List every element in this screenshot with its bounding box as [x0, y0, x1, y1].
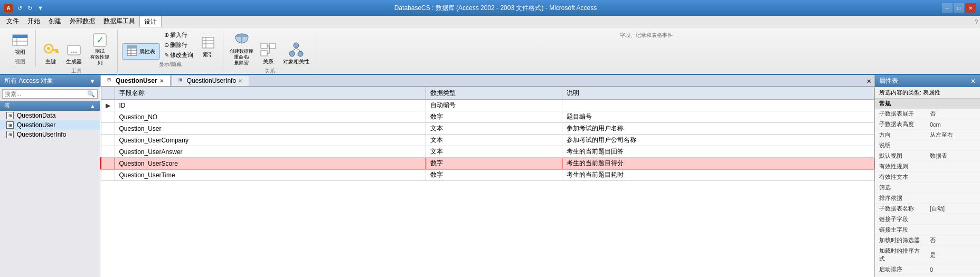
ribbon-group-events: 字段、记录和表格事件 [316, 30, 976, 40]
field-name-cell-0[interactable]: ID [115, 100, 426, 111]
showhide-group-label: 显示/隐藏 [159, 61, 182, 68]
field-name-cell-5[interactable]: Question_UserScore [115, 158, 426, 169]
tab-questionuser[interactable]: ⊞ QuestionUser ✕ [100, 75, 171, 86]
menu-design[interactable]: 设计 [139, 16, 162, 27]
tab-close-questionuserinfo[interactable]: ✕ [238, 78, 242, 84]
svg-rect-8 [57, 51, 59, 53]
prop-value-1[interactable]: 0cm [928, 121, 980, 128]
menu-file[interactable]: 文件 [2, 16, 23, 27]
key-icon [42, 41, 59, 58]
relation-label: 关系 [263, 58, 274, 65]
insert-row-button[interactable]: ⊕ 插入行 [162, 31, 195, 40]
field-name-cell-1[interactable]: Question_NO [115, 111, 426, 123]
close-all-tabs-button[interactable]: ✕ [863, 77, 874, 86]
relation-button[interactable]: 关系 [258, 40, 279, 66]
left-nav: 所有 Access 对象 ▼ 🔍 表 ▲ ⊞ QuestionData ⊞ Qu… [0, 75, 100, 277]
left-nav-title: 所有 Access 对象 [4, 77, 53, 85]
table-row[interactable]: Question_UserScore 数字 考生的当前题目得分 [101, 158, 874, 169]
table-row[interactable]: Question_UserTime 数字 考生的当前题目耗时 [101, 169, 874, 181]
data-type-cell-0[interactable]: 自动编号 [426, 100, 562, 111]
modify-query-button[interactable]: ✎ 修改查询 [162, 51, 195, 60]
data-type-cell-5[interactable]: 数字 [426, 158, 562, 169]
prop-value-4[interactable]: 数据表 [928, 151, 980, 160]
quick-access-toolbar: ↺ ↻ ▼ [16, 4, 45, 12]
data-type-cell-1[interactable]: 数字 [426, 111, 562, 123]
delete-row-button[interactable]: ⊖ 删除行 [162, 41, 195, 50]
prop-label-14: 启动排序 [875, 265, 928, 274]
data-type-cell-4[interactable]: 文本 [426, 146, 562, 158]
help-icon[interactable]: ? [975, 18, 978, 25]
description-cell-4[interactable]: 考生的当前题目回答 [562, 146, 874, 158]
prop-value-13[interactable]: 是 [928, 251, 980, 260]
prop-value-0[interactable]: 否 [928, 109, 980, 118]
svg-rect-25 [269, 43, 276, 49]
menu-external[interactable]: 外部数据 [65, 16, 99, 27]
builder-label: 生成器 [66, 58, 82, 65]
property-table-button[interactable]: 属性表 [122, 43, 160, 60]
description-cell-3[interactable]: 参加考试的用户公司名称 [562, 135, 874, 146]
data-type-cell-6[interactable]: 数字 [426, 169, 562, 181]
property-table-label: 属性表 [139, 48, 155, 55]
table-row[interactable]: Question_User 文本 参加考试的用户名称 [101, 123, 874, 135]
view-button[interactable]: 视图 [10, 31, 31, 57]
test-button[interactable]: ✓ 测试有效性规则 [87, 31, 113, 66]
table-row[interactable]: ▶ ID 自动编号 [101, 100, 874, 111]
description-cell-1[interactable]: 题目编号 [562, 111, 874, 123]
svg-rect-6 [52, 49, 58, 51]
prop-label-7: 筛选 [875, 183, 928, 192]
index-button[interactable]: 索引 [197, 33, 219, 60]
prop-value-11[interactable] [928, 230, 980, 231]
prop-value-8[interactable] [928, 198, 980, 199]
builder-button[interactable]: ... 生成器 [63, 40, 84, 66]
description-cell-6[interactable]: 考生的当前题目耗时 [562, 169, 874, 181]
nav-item-questionuserinfo[interactable]: ⊞ QuestionUserInfo [0, 130, 100, 139]
menu-create[interactable]: 创建 [44, 16, 65, 27]
prop-value-9[interactable]: [自动] [928, 204, 980, 213]
maximize-button[interactable]: □ [954, 3, 964, 13]
table-row[interactable]: Question_NO 数字 题目编号 [101, 111, 874, 123]
search-input[interactable] [5, 91, 87, 97]
prop-value-5[interactable] [928, 166, 980, 167]
nav-item-questiondata[interactable]: ⊞ QuestionData [0, 111, 100, 120]
nav-item-questionuser[interactable]: ⊞ QuestionUser [0, 120, 100, 130]
table-icon-questionuser: ⊞ [6, 121, 14, 129]
description-cell-0[interactable] [562, 100, 874, 111]
tab-close-questionuser[interactable]: ✕ [159, 78, 164, 84]
prop-value-7[interactable] [928, 187, 980, 188]
dependency-button[interactable]: 对象相关性 [281, 40, 312, 66]
description-cell-5[interactable]: 考生的当前题目得分 [562, 158, 874, 169]
search-box[interactable]: 🔍 [2, 89, 98, 99]
left-nav-arrow[interactable]: ▼ [89, 78, 96, 85]
undo-button[interactable]: ↺ [16, 4, 24, 12]
field-name-cell-6[interactable]: Question_UserTime [115, 169, 426, 181]
nav-section-tables[interactable]: 表 ▲ [0, 101, 100, 111]
field-name-cell-2[interactable]: Question_User [115, 123, 426, 135]
menu-home[interactable]: 开始 [23, 16, 44, 27]
prop-value-2[interactable]: 从左至右 [928, 130, 980, 139]
table-row[interactable]: Question_UserAnswer 文本 考生的当前题目回答 [101, 146, 874, 158]
redo-button[interactable]: ↻ [26, 4, 34, 12]
tab-questionuserinfo[interactable]: ⊞ QuestionUserInfo ✕ [172, 75, 249, 86]
field-name-cell-3[interactable]: Question_UserCompany [115, 135, 426, 146]
description-cell-2[interactable]: 参加考试的用户名称 [562, 123, 874, 135]
prop-value-3[interactable] [928, 145, 980, 146]
key-button[interactable]: 主键 [40, 40, 61, 66]
right-panel-title: 属性表 [879, 77, 898, 85]
index-label: 索引 [203, 51, 213, 59]
prop-label-4: 默认视图 [875, 151, 928, 160]
nav-section-collapse-icon[interactable]: ▲ [90, 103, 96, 109]
minimize-button[interactable]: ─ [942, 3, 953, 13]
prop-value-6[interactable] [928, 177, 980, 178]
table-row[interactable]: Question_UserCompany 文本 参加考试的用户公司名称 [101, 135, 874, 146]
data-type-cell-2[interactable]: 文本 [426, 123, 562, 135]
right-panel-close-icon[interactable]: ✕ [970, 78, 976, 85]
prop-value-10[interactable] [928, 219, 980, 220]
prop-value-12[interactable]: 否 [928, 236, 980, 245]
close-button[interactable]: ✕ [965, 3, 976, 13]
menu-dbtools[interactable]: 数据库工具 [99, 16, 139, 27]
quick-access-dropdown[interactable]: ▼ [36, 4, 45, 12]
data-type-cell-3[interactable]: 文本 [426, 135, 562, 146]
create-db-button[interactable]: 创建数据库重命名/删除宏 [228, 31, 256, 66]
field-name-cell-4[interactable]: Question_UserAnswer [115, 146, 426, 158]
prop-value-14[interactable]: 0 [928, 266, 980, 273]
